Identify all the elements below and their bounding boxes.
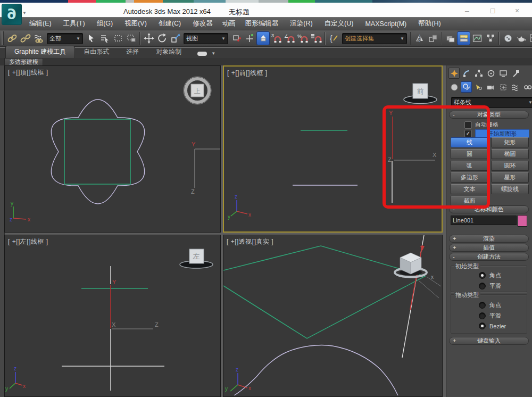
viewport-top[interactable]: [ +[]顶[]线框 ] Y Z 上 y — [4, 65, 221, 233]
viewcube-top-face[interactable]: 上 — [194, 87, 201, 95]
graphite-ribbon-toggle-icon[interactable] — [457, 31, 470, 45]
rollout-toggle-icon[interactable]: + — [453, 337, 456, 344]
rollout-toggle-icon[interactable]: + — [453, 235, 456, 242]
app-menu-caret-icon[interactable]: ▼ — [22, 11, 27, 15]
motion-tab-icon[interactable] — [485, 68, 496, 79]
bind-to-space-warp-icon[interactable] — [32, 31, 45, 45]
tab-object-paint[interactable]: 对象绘制 — [147, 46, 190, 58]
unlink-selection-icon[interactable] — [19, 31, 32, 45]
creation-method-rollout[interactable]: - 创建方法 — [449, 253, 529, 261]
create-tab-icon[interactable] — [448, 68, 460, 79]
geometry-category-icon[interactable] — [448, 81, 460, 93]
toolbar-grip[interactable] — [2, 31, 4, 45]
lights-category-icon[interactable] — [473, 81, 484, 93]
app-logo-button[interactable]: 6 — [2, 4, 22, 25]
select-and-link-icon[interactable] — [5, 31, 19, 45]
select-and-rotate-icon[interactable] — [155, 31, 169, 45]
manage-layers-icon[interactable] — [444, 31, 457, 45]
viewport-front-label[interactable]: [ +[]前[]线框 ] — [227, 69, 268, 78]
initial-corner-radio[interactable] — [479, 272, 486, 279]
menu-help[interactable]: 帮助(H) — [412, 18, 446, 30]
helix-button[interactable]: 螺旋线 — [491, 184, 529, 194]
menu-customize[interactable]: 自定义(U) — [319, 18, 360, 30]
spinner-snap-icon[interactable] — [310, 31, 323, 45]
star-button[interactable]: 星形 — [491, 172, 529, 183]
rollout-toggle-icon[interactable]: - — [453, 253, 455, 260]
shapes-category-icon[interactable] — [461, 81, 472, 93]
rectangular-selection-region-icon[interactable] — [111, 31, 124, 45]
menu-group[interactable]: 组(G) — [91, 18, 119, 30]
select-and-manipulate-icon[interactable] — [243, 31, 256, 45]
menu-maxscript[interactable]: MAXScript(M) — [359, 19, 412, 29]
helpers-category-icon[interactable] — [497, 81, 509, 93]
select-object-icon[interactable] — [85, 31, 98, 45]
display-tab-icon[interactable] — [497, 68, 509, 79]
initial-smooth-radio[interactable] — [479, 283, 486, 290]
align-icon[interactable] — [426, 31, 439, 45]
systems-category-icon[interactable] — [522, 81, 532, 93]
viewcube-left-face[interactable]: 左 — [193, 252, 200, 260]
selection-filter-dropdown[interactable]: 全部▼ — [47, 33, 83, 44]
viewcube-front-face[interactable]: 前 — [417, 87, 424, 95]
keyboard-entry-rollout[interactable]: + 键盘输入 — [449, 337, 529, 345]
viewcube[interactable]: 左 — [180, 249, 213, 268]
tab-freeform[interactable]: 自由形式 — [75, 46, 118, 58]
menu-modifiers[interactable]: 修改器 — [187, 18, 219, 30]
angle-snap-icon[interactable]: ∠ — [283, 31, 296, 45]
tab-selection[interactable]: 选择 — [118, 46, 147, 58]
utilities-tab-icon[interactable] — [510, 68, 521, 79]
reference-coordinate-dropdown[interactable]: 视图▼ — [184, 33, 228, 44]
object-name-field[interactable] — [451, 216, 517, 225]
interpolation-rollout[interactable]: + 插值 — [449, 244, 529, 252]
tab-graphite-modeling[interactable]: Graphite 建模工具 — [5, 46, 75, 58]
render-setup-icon[interactable] — [514, 31, 528, 45]
drag-smooth-radio[interactable] — [479, 312, 486, 319]
viewport-left[interactable]: [ +[]左[]线框 ] Y X Z 左 — [4, 235, 221, 397]
minimize-button[interactable]: – — [460, 6, 475, 15]
menu-tools[interactable]: 工具(T) — [57, 18, 91, 30]
curve-editor-icon[interactable] — [470, 31, 484, 45]
viewport-perspective-label[interactable]: [ +[]透视[]真实 ] — [227, 237, 273, 246]
hierarchy-tab-icon[interactable] — [473, 68, 484, 79]
use-pivot-point-icon[interactable] — [230, 31, 243, 45]
menu-views[interactable]: 视图(V) — [119, 18, 153, 30]
select-and-scale-icon[interactable] — [169, 31, 182, 45]
named-selection-set-dropdown[interactable]: 创建选择集▼ — [342, 33, 407, 44]
maximize-button[interactable]: □ — [485, 6, 500, 15]
rollout-toggle-icon[interactable]: + — [453, 244, 456, 251]
rendering-rollout[interactable]: + 渲染 — [449, 235, 529, 243]
select-by-name-icon[interactable] — [98, 31, 111, 45]
drag-corner-radio[interactable] — [479, 302, 486, 309]
polygon-modeling-panel[interactable]: 多边形建模 — [4, 58, 43, 65]
modify-tab-icon[interactable] — [461, 68, 472, 79]
viewcube[interactable]: x — [395, 253, 441, 298]
object-color-swatch[interactable] — [518, 215, 527, 227]
space-warps-category-icon[interactable] — [510, 81, 521, 93]
percent-snap-icon[interactable]: % — [296, 31, 310, 45]
menu-graph-editors[interactable]: 图形编辑器 — [239, 18, 285, 30]
ribbon-config-button[interactable]: ▼ — [197, 51, 215, 58]
viewport-top-label[interactable]: [ +[]顶[]线框 ] — [8, 68, 48, 77]
menu-edit[interactable]: 编辑(E) — [23, 18, 57, 30]
mirror-icon[interactable] — [413, 31, 426, 45]
donut-button[interactable]: 圆环 — [491, 161, 529, 171]
edit-named-selection-sets-icon[interactable]: { — [327, 31, 340, 45]
material-editor-icon[interactable] — [501, 31, 514, 45]
select-and-move-icon[interactable] — [142, 31, 155, 45]
rectangle-button[interactable]: 矩形 — [491, 137, 529, 147]
viewcube[interactable]: 上 — [184, 77, 211, 104]
window-crossing-icon[interactable] — [124, 31, 138, 45]
schematic-view-icon[interactable] — [484, 31, 497, 45]
menu-create[interactable]: 创建(C) — [153, 18, 187, 30]
ellipse-button[interactable]: 椭圆 — [491, 149, 529, 159]
snap-3d-icon[interactable]: 3 — [270, 31, 283, 45]
menu-animation[interactable]: 动画 — [219, 18, 239, 30]
close-button[interactable]: × — [510, 6, 525, 15]
snap-toggle-button[interactable] — [256, 31, 270, 45]
menu-rendering[interactable]: 渲染(R) — [284, 18, 318, 30]
viewport-left-label[interactable]: [ +[]左[]线框 ] — [8, 237, 48, 246]
viewcube[interactable]: 前 — [404, 84, 437, 104]
cameras-category-icon[interactable] — [485, 81, 496, 93]
rendered-frame-window-icon[interactable] — [528, 31, 532, 45]
drag-bezier-radio[interactable] — [479, 322, 486, 329]
